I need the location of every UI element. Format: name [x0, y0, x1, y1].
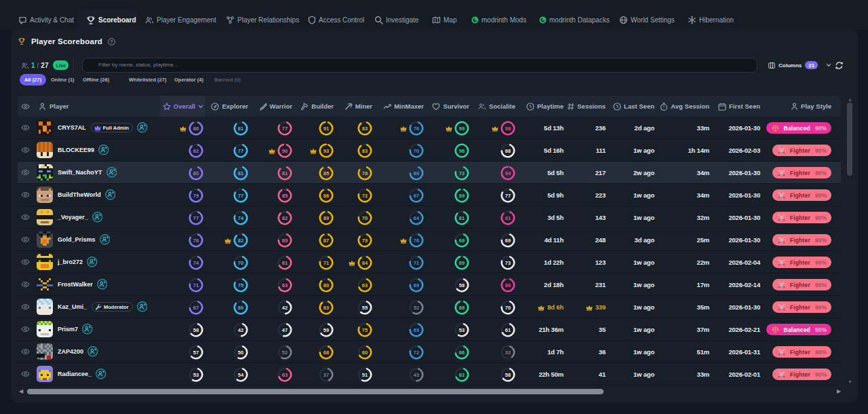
svg-text:87: 87 [323, 237, 329, 243]
svg-text:83: 83 [362, 125, 368, 131]
svg-text:99: 99 [459, 125, 465, 131]
svg-text:72: 72 [362, 192, 368, 198]
svg-text:59: 59 [323, 326, 329, 333]
svg-text:91: 91 [323, 125, 329, 131]
svg-text:86: 86 [505, 282, 511, 288]
svg-text:88: 88 [459, 304, 465, 310]
svg-text:74: 74 [193, 259, 199, 265]
svg-text:76: 76 [414, 237, 419, 243]
svg-text:69: 69 [414, 326, 419, 333]
svg-text:62: 62 [459, 371, 465, 377]
svg-text:85: 85 [282, 192, 288, 198]
svg-text:70: 70 [362, 214, 368, 221]
svg-text:94: 94 [505, 170, 511, 176]
svg-text:72: 72 [414, 349, 419, 355]
svg-text:77: 77 [505, 192, 511, 198]
svg-text:58: 58 [459, 282, 465, 288]
svg-text:70: 70 [238, 259, 243, 265]
svg-text:89: 89 [459, 259, 465, 265]
svg-text:83: 83 [323, 304, 329, 310]
svg-text:89: 89 [323, 214, 329, 221]
svg-text:82: 82 [238, 237, 243, 243]
svg-text:96: 96 [459, 147, 465, 153]
svg-text:82: 82 [282, 214, 288, 221]
svg-text:71: 71 [193, 282, 199, 288]
svg-text:86: 86 [193, 125, 199, 131]
svg-text:33: 33 [505, 349, 511, 355]
svg-text:80: 80 [193, 170, 199, 176]
svg-text:69: 69 [459, 237, 465, 243]
svg-text:58: 58 [193, 326, 199, 333]
svg-text:71: 71 [414, 259, 419, 265]
svg-text:67: 67 [414, 192, 419, 198]
svg-text:68: 68 [505, 147, 511, 153]
svg-text:77: 77 [238, 147, 243, 153]
svg-text:52: 52 [282, 349, 288, 355]
svg-text:53: 53 [193, 371, 199, 377]
svg-text:81: 81 [505, 214, 511, 221]
svg-text:83: 83 [362, 147, 368, 153]
svg-text:64: 64 [414, 214, 420, 221]
svg-text:89: 89 [459, 192, 465, 198]
svg-text:57: 57 [193, 349, 199, 355]
svg-text:77: 77 [238, 192, 243, 198]
svg-text:71: 71 [323, 259, 329, 265]
svg-text:69: 69 [282, 237, 288, 243]
svg-text:52: 52 [414, 304, 419, 310]
svg-text:?: ? [110, 39, 113, 44]
svg-text:66: 66 [459, 349, 465, 355]
svg-text:60: 60 [362, 349, 368, 355]
svg-text:63: 63 [282, 282, 288, 288]
svg-text:69: 69 [414, 282, 419, 288]
svg-text:37: 37 [323, 371, 329, 377]
svg-text:61: 61 [282, 259, 288, 265]
svg-text:42: 42 [238, 326, 243, 333]
svg-text:85: 85 [323, 170, 329, 176]
svg-text:53: 53 [459, 326, 465, 333]
svg-text:93: 93 [323, 147, 329, 153]
svg-text:72: 72 [459, 170, 465, 176]
svg-text:68: 68 [323, 349, 329, 355]
svg-text:54: 54 [238, 371, 244, 377]
svg-text:76: 76 [414, 125, 419, 131]
svg-text:73: 73 [505, 259, 511, 265]
svg-text:77: 77 [282, 125, 288, 131]
svg-text:79: 79 [362, 237, 368, 243]
svg-text:68: 68 [414, 170, 419, 176]
svg-text:86: 86 [323, 192, 329, 198]
svg-text:58: 58 [505, 371, 511, 377]
svg-text:98: 98 [505, 125, 511, 131]
svg-text:51: 51 [362, 371, 368, 377]
svg-text:84: 84 [362, 259, 368, 265]
svg-text:81: 81 [238, 170, 243, 176]
svg-text:82: 82 [193, 147, 199, 153]
svg-text:50: 50 [238, 349, 243, 355]
svg-text:80: 80 [238, 304, 243, 310]
svg-text:42: 42 [282, 304, 288, 310]
svg-text:63: 63 [362, 282, 368, 288]
svg-text:80: 80 [323, 282, 329, 288]
svg-text:77: 77 [193, 214, 199, 221]
svg-text:55: 55 [362, 304, 368, 310]
svg-text:70: 70 [505, 304, 511, 310]
svg-text:61: 61 [505, 326, 511, 333]
svg-text:47: 47 [282, 326, 288, 333]
svg-text:78: 78 [362, 170, 368, 176]
svg-text:76: 76 [193, 237, 199, 243]
svg-text:74: 74 [238, 214, 244, 221]
svg-text:75: 75 [362, 326, 368, 333]
svg-text:75: 75 [238, 282, 243, 288]
svg-text:81: 81 [238, 125, 243, 131]
svg-text:90: 90 [282, 147, 288, 153]
svg-text:81: 81 [459, 214, 465, 221]
svg-text:63: 63 [282, 371, 288, 377]
svg-text:70: 70 [414, 147, 419, 153]
svg-text:67: 67 [193, 304, 199, 310]
svg-text:43: 43 [414, 371, 419, 377]
svg-text:79: 79 [193, 192, 199, 198]
svg-text:81: 81 [282, 170, 288, 176]
svg-text:69: 69 [505, 237, 511, 243]
